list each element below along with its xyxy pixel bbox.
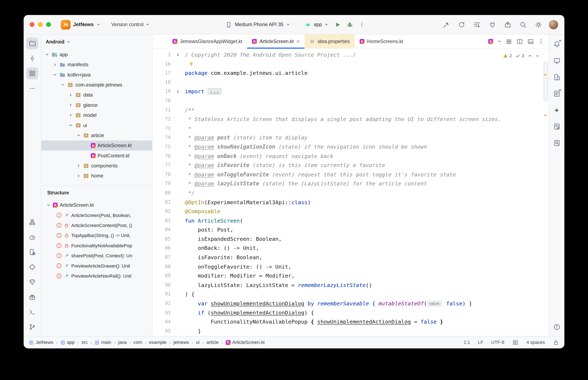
previous-problem-button[interactable] bbox=[527, 54, 532, 58]
bulb-icon[interactable] bbox=[188, 62, 194, 68]
device-selector[interactable]: Medium Phone API 35 bbox=[225, 21, 290, 28]
editor-more-button[interactable] bbox=[538, 38, 544, 44]
breadcrumb-item-jetnews[interactable]: JetNews bbox=[29, 340, 53, 345]
line-number[interactable]: 79 bbox=[153, 179, 171, 188]
app-inspection-button[interactable] bbox=[26, 261, 38, 273]
close-icon[interactable]: × bbox=[296, 39, 300, 44]
code-line[interactable]: 74 * @param post (state) item to display bbox=[153, 133, 543, 142]
minimize-window-button[interactable] bbox=[38, 22, 43, 27]
line-number[interactable]: 89 bbox=[153, 271, 171, 281]
code-line[interactable]: 76 * @param onBack (event) request navig… bbox=[153, 152, 543, 161]
next-problem-button[interactable] bbox=[535, 54, 540, 58]
breadcrumb-item-ui[interactable]: ui bbox=[196, 340, 200, 345]
structure-item[interactable]: fPreviewArticleNavRail(): Unit bbox=[41, 271, 152, 281]
cursor-position-widget[interactable]: 1:1 bbox=[464, 340, 470, 345]
project-tool-button[interactable] bbox=[26, 38, 38, 49]
device-explorer-button[interactable] bbox=[551, 71, 563, 83]
line-number[interactable]: 85 bbox=[153, 234, 171, 244]
line-number[interactable]: 86 bbox=[153, 244, 171, 253]
line-number[interactable]: 80 bbox=[153, 188, 171, 197]
file-encoding-widget[interactable]: UTF-8 bbox=[491, 340, 504, 345]
line-number[interactable]: 95 bbox=[153, 326, 171, 336]
code-line[interactable]: 93 if (showUnimplementedActionDialog) { bbox=[153, 308, 543, 317]
chevron-right-icon[interactable] bbox=[68, 113, 73, 117]
tab-idea-properties[interactable]: idea.properties bbox=[304, 35, 355, 48]
more-tool-windows-button[interactable] bbox=[26, 82, 38, 94]
line-number[interactable]: 84 bbox=[153, 225, 171, 234]
code-line[interactable]: 86 onBack: () -> Unit, bbox=[153, 244, 543, 253]
close-window-button[interactable] bbox=[30, 22, 35, 27]
problems-button[interactable] bbox=[551, 321, 563, 333]
app-quality-insights-button[interactable] bbox=[26, 276, 38, 288]
tree-item-kotlin-java[interactable]: kotlin+java bbox=[41, 70, 152, 80]
terminal-button[interactable] bbox=[26, 306, 38, 318]
error-stripe[interactable] bbox=[544, 49, 549, 336]
search-everywhere-button[interactable] bbox=[518, 19, 528, 30]
tree-item-home[interactable]: home bbox=[41, 171, 152, 181]
tree-item-ui[interactable]: ui bbox=[41, 120, 152, 130]
app-name-menu[interactable]: JetNews bbox=[73, 22, 94, 27]
code-line[interactable]: 82@Composable bbox=[153, 207, 543, 216]
structure-item[interactable]: fPreviewArticleDrawer(): Unit bbox=[41, 261, 152, 271]
run-configuration-selector[interactable]: app bbox=[304, 21, 329, 28]
breadcrumb-item-jetnews[interactable]: jetnews bbox=[173, 340, 189, 345]
code-line[interactable]: 91) { bbox=[153, 290, 543, 299]
code-line[interactable]: 72 * Stateless Article Screen that displ… bbox=[153, 115, 543, 124]
breadcrumb-item-app[interactable]: app bbox=[60, 340, 75, 345]
fold-arrow-icon[interactable] bbox=[171, 87, 185, 96]
line-number[interactable]: 17 bbox=[153, 69, 171, 78]
tabs-list-button[interactable] bbox=[497, 39, 501, 43]
editor-config-icon[interactable] bbox=[512, 339, 519, 345]
line-number[interactable]: 83 bbox=[153, 216, 171, 225]
line-number[interactable]: 88 bbox=[153, 262, 171, 271]
code-line[interactable]: 87 isFavorite: Boolean, bbox=[153, 253, 543, 262]
structure-item[interactable]: fFunctionalityNotAvailablePop bbox=[41, 241, 152, 251]
tree-item-data[interactable]: data bbox=[41, 90, 152, 100]
code-line[interactable]: 89 modifier: Modifier = Modifier, bbox=[153, 271, 543, 281]
tree-item-articlescreen-kt[interactable]: KArticleScreen.kt bbox=[41, 140, 152, 151]
running-devices-button[interactable] bbox=[551, 55, 563, 67]
line-number[interactable]: 92 bbox=[153, 299, 171, 308]
line-number[interactable]: 74 bbox=[153, 133, 171, 142]
chevron-right-icon[interactable] bbox=[52, 62, 57, 67]
profiler-tool-button[interactable] bbox=[26, 231, 38, 243]
split-editor-button[interactable] bbox=[516, 38, 523, 45]
structure-item[interactable]: fsharePost(Post, Context): Un bbox=[41, 251, 152, 261]
folded-region[interactable]: ... bbox=[208, 88, 222, 95]
code-line[interactable]: 73 * bbox=[153, 124, 543, 133]
code-line[interactable]: 71/** bbox=[153, 106, 543, 115]
more-run-options-button[interactable] bbox=[359, 21, 365, 28]
structure-tool-button[interactable] bbox=[26, 68, 38, 79]
chevron-right-icon[interactable] bbox=[76, 174, 81, 178]
chevron-down-icon[interactable] bbox=[52, 73, 57, 77]
line-number[interactable]: 18 bbox=[153, 78, 171, 87]
code-line[interactable]: 84 post: Post, bbox=[153, 225, 543, 234]
tab-articlescreen-kt[interactable]: KArticleScreen.kt× bbox=[247, 35, 304, 48]
line-number[interactable]: 78 bbox=[153, 170, 171, 179]
structure-panel-header[interactable]: Structure bbox=[41, 186, 152, 199]
code-line[interactable]: 95 } bbox=[153, 326, 543, 336]
line-number[interactable]: 19 bbox=[153, 87, 171, 96]
structure-item[interactable]: fTopAppBar(String, () -> Unit, bbox=[41, 230, 152, 240]
line-number[interactable]: 75 bbox=[153, 142, 171, 152]
code-line[interactable]: 94 FunctionalityNotAvailablePopup { show… bbox=[153, 317, 543, 326]
line-number[interactable]: 87 bbox=[153, 253, 171, 262]
whats-new-button[interactable] bbox=[26, 291, 38, 303]
fold-arrow-icon[interactable] bbox=[171, 50, 185, 59]
file-writable-icon[interactable] bbox=[553, 339, 559, 345]
line-number[interactable]: 71 bbox=[153, 106, 171, 115]
line-number[interactable]: 77 bbox=[153, 161, 171, 170]
tree-item-com-example-jetnews[interactable]: com.example.jetnews bbox=[41, 80, 152, 90]
user-avatar[interactable] bbox=[549, 20, 559, 29]
code-line[interactable]: 90 lazyListState: LazyListState = rememb… bbox=[153, 281, 543, 290]
line-number[interactable]: 72 bbox=[153, 115, 171, 124]
code-line[interactable]: 85 isExpandedScreen: Boolean, bbox=[153, 234, 543, 244]
plugins-button[interactable] bbox=[487, 19, 498, 30]
chevron-down-icon[interactable] bbox=[68, 123, 73, 128]
line-number[interactable]: 93 bbox=[153, 308, 171, 317]
warnings-indicator[interactable]: 2 bbox=[503, 51, 512, 61]
line-separator-widget[interactable]: LF bbox=[478, 340, 483, 345]
app-insights-button[interactable] bbox=[551, 137, 563, 149]
code-editor[interactable]: 1/ Copyright 2020 The Android Open Sourc… bbox=[153, 49, 548, 336]
code-line[interactable]: 19import ... bbox=[153, 87, 543, 96]
